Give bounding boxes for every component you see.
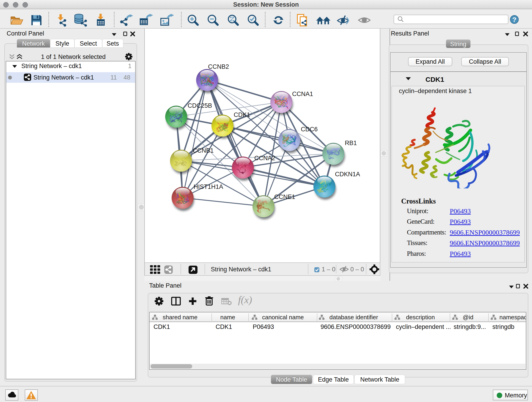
svg-text:CDC25B: CDC25B xyxy=(188,102,212,109)
svg-text:CDK1: CDK1 xyxy=(234,111,250,118)
svg-text:RB1: RB1 xyxy=(345,140,357,147)
svg-text:CCNA2: CCNA2 xyxy=(254,155,275,162)
svg-text:CDKN1A: CDKN1A xyxy=(335,171,360,178)
svg-text:CDC6: CDC6 xyxy=(301,126,318,133)
svg-text:HIST1H1A: HIST1H1A xyxy=(194,183,223,190)
svg-text:CCNB1: CCNB1 xyxy=(193,147,214,154)
svg-text:CCNA1: CCNA1 xyxy=(292,90,313,97)
svg-text:CCNE1: CCNE1 xyxy=(274,193,295,200)
svg-text:CCNB2: CCNB2 xyxy=(208,63,229,70)
